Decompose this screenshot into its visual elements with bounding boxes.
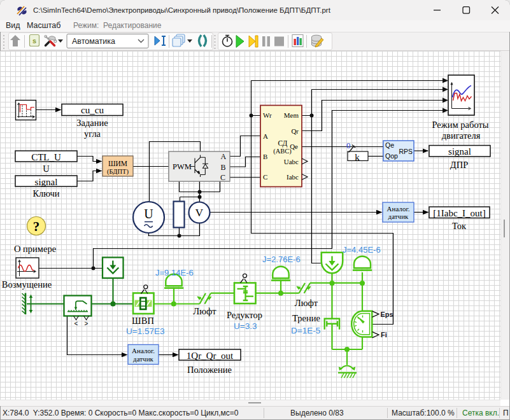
svg-text:s: s <box>32 37 36 45</box>
svg-text:Fi: Fi <box>381 331 387 339</box>
svg-text:ШИМ: ШИМ <box>108 160 127 167</box>
svg-text:Mem: Mem <box>284 111 299 119</box>
svg-text:B: B <box>221 163 226 172</box>
svg-text:Wr: Wr <box>263 111 272 119</box>
svg-text:cu_cu: cu_cu <box>81 105 104 115</box>
svg-text:1Qr_Qr_out: 1Qr_Qr_out <box>187 351 234 361</box>
svg-text:Трение: Трение <box>292 313 320 323</box>
svg-text:Возмущение: Возмущение <box>2 279 52 290</box>
svg-text:CTL_U: CTL_U <box>31 152 61 162</box>
svg-text:Iabc: Iabc <box>287 173 299 181</box>
svg-text:D=1E-5: D=1E-5 <box>291 326 320 335</box>
svg-text:двигателя: двигателя <box>442 130 481 141</box>
svg-text:Положение: Положение <box>187 365 232 375</box>
svg-text:C: C <box>263 173 267 181</box>
svg-text:Qe: Qe <box>385 141 394 149</box>
svg-text:<: < <box>74 320 78 327</box>
svg-text:C: C <box>220 173 225 182</box>
svg-text:J=4.45E-6: J=4.45E-6 <box>343 245 381 255</box>
svg-text:ДПР: ДПР <box>450 160 468 170</box>
svg-text:0: 0 <box>346 141 351 150</box>
svg-text:угла: угла <box>84 129 101 139</box>
svg-text:Редуктор: Редуктор <box>227 310 262 320</box>
svg-text:Ток: Ток <box>452 221 467 231</box>
svg-text:J=9.14E-6: J=9.14E-6 <box>155 268 194 277</box>
svg-text:A: A <box>221 152 227 161</box>
svg-text:ШВП: ШВП <box>132 316 154 326</box>
svg-text:A: A <box>263 132 268 140</box>
svg-text:RPS: RPS <box>399 148 413 155</box>
svg-text:>: > <box>85 320 89 327</box>
svg-text:B: B <box>263 153 267 160</box>
svg-text:(БДПТ): (БДПТ) <box>107 168 129 176</box>
svg-text:Eps: Eps <box>381 311 393 318</box>
svg-text:signal: signal <box>35 177 58 187</box>
svg-text:U=1.57E3: U=1.57E3 <box>126 326 164 336</box>
svg-text:Qr: Qr <box>291 127 299 135</box>
svg-text:Люфт: Люфт <box>193 306 216 316</box>
svg-text:(АВС): (АВС) <box>273 148 292 155</box>
svg-text:V: V <box>195 207 204 219</box>
svg-text:U: U <box>43 164 50 174</box>
svg-text:k: k <box>355 152 360 162</box>
svg-text:Аналог.: Аналог. <box>132 347 155 354</box>
svg-text:датчик: датчик <box>133 355 153 363</box>
svg-text:?: ? <box>33 219 40 234</box>
svg-text:Автоматика: Автоматика <box>72 37 115 46</box>
svg-text:Uabc: Uabc <box>284 158 299 165</box>
svg-text:О примере: О примере <box>14 244 56 254</box>
svg-text:[1Iabc_I_out]: [1Iabc_I_out] <box>433 208 485 218</box>
svg-text:J=2.76E-6: J=2.76E-6 <box>262 255 301 264</box>
svg-text:PWM: PWM <box>173 162 192 171</box>
svg-text:Задание: Задание <box>76 118 108 128</box>
svg-text:Люфт: Люфт <box>295 298 318 308</box>
svg-text:Аналог.: Аналог. <box>387 205 410 213</box>
svg-text:U: U <box>144 207 153 221</box>
svg-text:Qop: Qop <box>385 152 398 160</box>
svg-text:СД: СД <box>278 139 288 148</box>
svg-text:Ключи: Ключи <box>32 188 59 199</box>
svg-text:signal: signal <box>448 146 471 157</box>
svg-text:датчик: датчик <box>388 213 409 220</box>
svg-text:Режим работы: Режим работы <box>432 120 488 130</box>
svg-text:U=3.3: U=3.3 <box>234 321 257 331</box>
